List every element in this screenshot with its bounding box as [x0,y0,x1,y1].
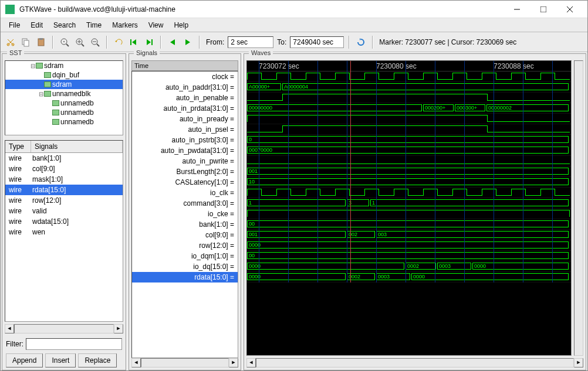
signal-row[interactable]: wirevalid [5,206,123,216]
signal-name[interactable]: CASLatency[1:0] = [132,177,238,188]
signal-name[interactable]: auto_in_pready = [132,114,238,124]
tree-item[interactable]: ⊟sdram [5,61,123,70]
hscrollbar[interactable]: ◄► [5,324,123,333]
signal-name[interactable]: io_clk = [132,188,238,198]
cursor-line[interactable] [350,61,351,282]
zoom-in-icon[interactable] [73,36,86,49]
menu-search[interactable]: Search [49,19,80,31]
zoom-out-icon[interactable] [89,36,102,49]
from-input[interactable] [228,36,273,48]
signal-row[interactable]: wirecol[9:0] [5,164,123,174]
window-title: GTKWave - build/wave.vcd@luluji-virtual-… [19,5,503,13]
filter-label: Filter: [6,340,23,348]
next-edge-icon[interactable] [181,36,194,49]
maximize-button[interactable] [530,1,556,18]
svg-point-12 [63,41,65,42]
hierarchy-tree[interactable]: ⊟sdramdqin_bufsdram⊟unnamedblkunnamedbun… [5,60,123,135]
signal-row[interactable]: wirewen [5,227,123,237]
col-type[interactable]: Type [5,141,31,152]
signal-row[interactable]: wiremask[1:0] [5,174,123,185]
signal-name[interactable]: auto_in_pwrite = [132,156,238,166]
signal-name[interactable]: io_dqm[1:0] = [132,251,238,261]
signal-name[interactable]: clock = [132,72,238,82]
marker-info: Marker: 7230077 sec | Cursor: 7230069 se… [378,38,518,46]
svg-rect-7 [24,40,29,46]
sst-title: SST [7,49,24,57]
svg-line-14 [82,44,84,46]
svg-rect-21 [151,39,153,45]
menubar: FileEditSearchTimeMarkersViewHelp [1,18,587,32]
sig-hscrollbar[interactable]: ◄► [131,358,238,367]
signal-row[interactable]: wirewdata[15:0] [5,216,123,227]
signal-name[interactable]: io_cke = [132,209,238,219]
tree-item[interactable]: sdram [5,80,123,89]
waves-title: Waves [249,49,273,57]
signal-name[interactable]: io_dq[15:0] = [132,261,238,272]
toolbar: From: To: Marker: 7230077 sec | Cursor: … [1,32,587,52]
zoom-fit-icon[interactable] [58,36,71,49]
signal-name[interactable]: BurstLength[2:0] = [132,166,238,177]
signal-name[interactable]: bank[1:0] = [132,219,238,230]
titlebar: GTKWave - build/wave.vcd@luluji-virtual-… [1,1,587,18]
time-header: Time [131,60,238,71]
signal-name[interactable]: auto_in_penable = [132,93,238,103]
signal-name[interactable]: command[3:0] = [132,198,238,209]
signal-row[interactable]: wirerdata[15:0] [5,185,123,195]
svg-rect-9 [39,38,43,40]
tree-item[interactable]: unnamedb [5,117,123,127]
insert-button[interactable]: Insert [45,353,76,367]
menu-time[interactable]: Time [82,19,106,31]
signal-name[interactable]: col[9:0] = [132,230,238,240]
to-input[interactable] [290,36,344,48]
signal-name[interactable]: auto_in_psel = [132,124,238,135]
menu-view[interactable]: View [144,19,168,31]
signal-row[interactable]: wirebank[1:0] [5,153,123,164]
signals-title: Signals [134,49,160,57]
menu-help[interactable]: Help [169,19,193,31]
close-button[interactable] [556,1,583,18]
wave-canvas[interactable]: 7230072 sec7230080 sec7230088 sec A00000… [246,60,572,356]
to-label: To: [276,38,288,46]
menu-edit[interactable]: Edit [26,19,48,31]
signal-table[interactable]: Type Signals wirebank[1:0]wirecol[9:0]wi… [5,140,123,322]
app-icon [5,5,15,14]
col-signals[interactable]: Signals [31,141,123,152]
tree-item[interactable]: unnamedb [5,98,123,108]
minimize-button[interactable] [503,1,530,18]
goto-end-icon[interactable] [143,36,156,49]
tree-item[interactable]: ⊟unnamedblk [5,89,123,98]
svg-rect-1 [540,6,546,12]
append-button[interactable]: Append [6,353,43,367]
svg-rect-20 [130,39,131,45]
tree-item[interactable]: unnamedb [5,108,123,117]
copy-icon[interactable] [19,36,32,49]
signal-row[interactable]: wirerow[12:0] [5,195,123,206]
signal-name[interactable]: auto_in_pstrb[3:0] = [132,135,238,145]
tree-item[interactable]: dqin_buf [5,70,123,80]
svg-line-18 [97,44,99,46]
paste-icon[interactable] [35,36,48,49]
filter-input[interactable] [26,338,122,350]
signal-name[interactable]: rdata[15:0] = [132,272,238,282]
signal-name[interactable]: auto_in_paddr[31:0] = [132,82,238,93]
goto-start-icon[interactable] [127,36,140,49]
undo-icon[interactable] [112,36,125,49]
signal-name[interactable]: row[12:0] = [132,240,238,251]
signal-name[interactable]: auto_in_prdata[31:0] = [132,103,238,114]
signal-name[interactable]: auto_in_pwdata[31:0] = [132,145,238,156]
svg-line-11 [66,44,69,46]
menu-markers[interactable]: Markers [107,19,142,31]
replace-button[interactable]: Replace [78,353,117,367]
reload-icon[interactable] [354,36,367,49]
cut-icon[interactable] [4,36,17,49]
wave-vscrollbar[interactable] [574,60,583,356]
prev-edge-icon[interactable] [166,36,179,49]
from-label: From: [205,38,225,46]
signal-list[interactable]: clock =auto_in_paddr[31:0] =auto_in_pena… [131,71,238,358]
menu-file[interactable]: File [4,19,25,31]
wave-hscrollbar[interactable]: ◄► [246,358,583,367]
